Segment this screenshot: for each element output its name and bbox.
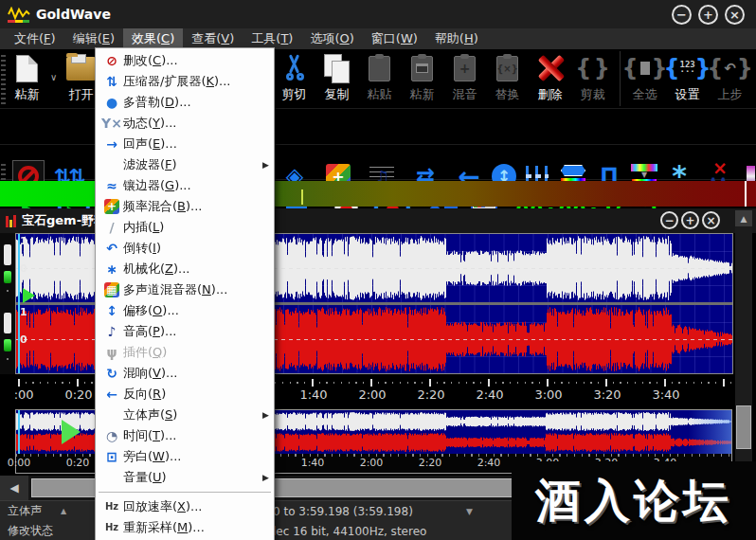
- left-channel-led[interactable]: [4, 271, 11, 283]
- menu-item-flanger[interactable]: ≈镶边器(G)...: [96, 175, 274, 196]
- menubar-item[interactable]: 选项(O): [301, 28, 362, 49]
- left-channel-fader[interactable]: [4, 244, 11, 265]
- new-dropdown-chevron-icon[interactable]: ∨: [50, 72, 57, 82]
- menu-item-playback-rate[interactable]: Hz回放速率(X)...: [96, 496, 274, 517]
- menu-item-reverb[interactable]: ↻混响(V)...: [96, 363, 274, 384]
- menu-item-pitch[interactable]: ♪音高(P)...: [96, 321, 274, 342]
- menubar-item[interactable]: 窗口(W): [363, 28, 426, 49]
- maximize-button[interactable]: +: [698, 5, 718, 25]
- set-selection-button[interactable]: {123···} 设置: [666, 51, 709, 106]
- watermark: 酒入论坛: [512, 461, 756, 540]
- playback-marker-icon: [23, 288, 35, 303]
- menu-item-label: 偏移(O)...: [123, 302, 269, 319]
- menu-item-label: 压缩器/扩展器(K)...: [123, 73, 269, 90]
- menu-item-label: 多普勒(D)...: [123, 94, 269, 111]
- replace-button[interactable]: {×} 替换: [486, 51, 529, 106]
- sound-file-icon: [6, 214, 16, 227]
- menu-item-stereo[interactable]: 立体声(S)▶: [96, 405, 274, 425]
- menubar-item[interactable]: 工具(T): [243, 28, 301, 49]
- sound-minimize-button[interactable]: −: [660, 211, 678, 229]
- minimize-button[interactable]: −: [672, 5, 692, 25]
- menu-item-reverse[interactable]: ←反向(R): [96, 384, 274, 405]
- menubar-item[interactable]: 查看(V): [183, 28, 243, 49]
- menu-item-obliterate[interactable]: ⊘删改(C)...: [96, 50, 274, 71]
- menu-item-voice-over[interactable]: ⊡旁白(W)...: [96, 446, 274, 467]
- pitch-icon: ♪: [100, 325, 123, 338]
- cut-button[interactable]: 剪切: [273, 51, 315, 106]
- set-selection-icon: {123···}: [663, 57, 711, 80]
- right-channel-led[interactable]: [4, 339, 11, 351]
- clipboard-replace-icon: {×}: [496, 56, 518, 81]
- menu-item-offset[interactable]: ↕偏移(O)...: [96, 300, 274, 321]
- offset-icon: ↕: [100, 304, 123, 317]
- delete-button[interactable]: 删除: [529, 51, 571, 106]
- dynamics-icon: Y×: [100, 117, 123, 130]
- select-all-icon: {}: [621, 57, 667, 80]
- goldwave-window: GoldWave − + × 文件(F)编辑(E)效果(C)查看(V)工具(T)…: [0, 0, 756, 540]
- menu-item-label: 倒转(I): [123, 240, 269, 257]
- menu-item-label: 插件(Q): [123, 344, 269, 361]
- vertical-scrollbar[interactable]: ▲: [735, 210, 752, 476]
- scroll-left-arrow-icon[interactable]: ◀: [0, 476, 28, 500]
- menu-item-dynamics[interactable]: Y×动态(Y)...: [96, 113, 274, 134]
- timeline-label: 1:40: [297, 387, 330, 402]
- right-channel-fader[interactable]: [4, 313, 11, 333]
- window-controls: − + ×: [672, 5, 745, 25]
- mix-button[interactable]: + 混音: [443, 51, 486, 106]
- paste-new-button[interactable]: 粘新: [401, 51, 443, 106]
- sound-maximize-button[interactable]: +: [681, 211, 699, 229]
- menu-item-invert[interactable]: ↶倒转(I): [96, 238, 274, 259]
- select-all-button[interactable]: {} 全选: [623, 51, 666, 106]
- meter-peak-tick: [301, 189, 303, 205]
- timeline-label: 2:00: [357, 457, 386, 469]
- watermark-text: 酒入论坛: [535, 471, 732, 531]
- new-file-icon: [16, 55, 38, 82]
- menu-item-mechanize[interactable]: ∗机械化(Z)...: [96, 259, 274, 279]
- menu-item-compressor-expander[interactable]: ⇅压缩器/扩展器(K)...: [96, 71, 274, 92]
- menu-item-label: 多声道混音器(N)...: [123, 281, 269, 298]
- trim-button[interactable]: { } 剪裁: [571, 51, 614, 106]
- menu-item-filter[interactable]: 滤波器(F)▶: [96, 154, 274, 175]
- clipboard-plus-icon: +: [454, 56, 476, 81]
- menu-item-volume[interactable]: 音量(U)▶: [96, 467, 274, 488]
- close-button[interactable]: ×: [725, 5, 745, 25]
- menubar-item[interactable]: 编辑(E): [64, 28, 123, 49]
- menubar-item[interactable]: 帮助(H): [426, 28, 487, 49]
- timeline-label: 2:20: [416, 457, 444, 469]
- menu-item-time-warp[interactable]: ◔时间(T)...: [96, 425, 274, 446]
- selection-start-marker[interactable]: [18, 234, 20, 373]
- scroll-up-arrow-icon[interactable]: ▲: [735, 210, 752, 226]
- red-x-icon: [536, 54, 565, 82]
- timeline-label: 0:20: [63, 387, 95, 402]
- open-folder-icon: [66, 57, 96, 81]
- new-button[interactable]: 粘新: [6, 51, 48, 106]
- menu-item-channel-mixer[interactable]: ▦多声道混音器(N)...: [96, 279, 274, 300]
- meter-end-line: [745, 181, 747, 207]
- menu-item-doppler[interactable]: ●多普勒(D)...: [96, 92, 274, 113]
- trim-braces-icon: { }: [575, 57, 610, 80]
- menubar-item[interactable]: 文件(F): [6, 28, 64, 49]
- menu-item-plugin[interactable]: ψ插件(Q): [96, 342, 274, 363]
- title-bar: GoldWave − + ×: [0, 0, 756, 28]
- copy-button[interactable]: 复制: [315, 51, 358, 106]
- paste-button[interactable]: 粘贴: [358, 51, 401, 106]
- flanger-icon: ≈: [100, 179, 123, 192]
- prohibition-icon: ⊘: [100, 54, 123, 67]
- effects-menu-popup: ⊘删改(C)...⇅压缩器/扩展器(K)...●多普勒(D)...Y×动态(Y)…: [95, 47, 275, 540]
- menu-item-label: 时间(T)...: [123, 427, 269, 444]
- sound-close-button[interactable]: ×: [702, 211, 720, 229]
- selection-dropdown-icon[interactable]: ▼: [466, 507, 473, 516]
- timeline-label: 2:20: [415, 387, 447, 402]
- selection-range-status[interactable]: 0 to 3:59.198 (3:59.198): [273, 505, 413, 518]
- undo-button[interactable]: {↶} 上步: [709, 51, 751, 106]
- menubar-item[interactable]: 效果(C): [123, 28, 183, 49]
- menu-item-label: 回放速率(X)...: [123, 498, 269, 515]
- vertical-scroll-thumb[interactable]: [736, 405, 751, 449]
- channel-mode-status[interactable]: 立体声: [8, 503, 42, 519]
- menu-item-frequency-blend[interactable]: +频率混合(B)...: [96, 196, 274, 217]
- menu-item-resample[interactable]: Hz重新采样(M)...: [96, 517, 274, 538]
- menu-item-interpolate[interactable]: /内插(L): [96, 217, 274, 238]
- submenu-arrow-icon: ▶: [262, 410, 269, 420]
- menu-item-echo[interactable]: →回声(E)...: [96, 134, 274, 154]
- copy-pages-icon: [324, 54, 351, 82]
